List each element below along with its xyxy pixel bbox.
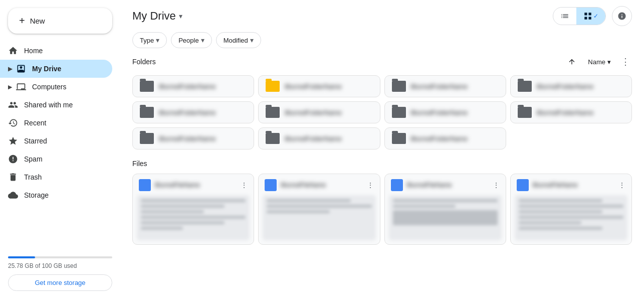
folders-section-header: Folders Name ▾ ⋮ [132,54,632,69]
folder-icon [140,81,154,92]
folder-icon [266,81,280,92]
folder-icon [392,133,406,144]
file-card[interactable]: BlurredFileName ⋮ [132,174,254,245]
file-name: BlurredFileName [155,182,237,189]
modified-filter-button[interactable]: Modified ▾ [216,32,261,48]
file-more-icon[interactable]: ⋮ [618,181,625,189]
sidebar-item-my-drive[interactable]: ▶ My Drive [0,60,112,78]
people-filter-button[interactable]: People ▾ [171,32,211,48]
filter-bar: Type ▾ People ▾ Modified ▾ [120,30,644,54]
my-drive-icon [16,64,26,74]
folder-card[interactable]: BlurredFolderName ⋮ [132,75,254,97]
folder-card[interactable]: BlurredFolderName ⋮ [258,101,380,123]
sidebar-item-trash[interactable]: Trash [0,168,112,186]
sidebar-item-home[interactable]: Home [0,42,112,60]
folder-icon [392,107,406,118]
file-card-header: BlurredFileName ⋮ [133,174,254,195]
folder-card[interactable]: BlurredFolderName ⋮ [510,75,632,97]
storage-section: 25.78 GB of 100 GB used Get more storage [0,250,120,297]
file-preview [515,195,627,240]
folder-card[interactable]: BlurredFolderName ⋮ [132,127,254,149]
folders-section-title: Folders [132,58,156,66]
new-button[interactable]: + New [8,8,112,34]
starred-icon [8,136,18,146]
folder-icon [140,107,154,118]
drive-title[interactable]: My Drive ▾ [132,10,182,23]
file-card[interactable]: BlurredFileName ⋮ [510,174,632,245]
get-more-storage-button[interactable]: Get more storage [8,274,112,291]
storage-bar-fill [8,256,35,258]
folder-card[interactable]: BlurredFolderName ⋮ [510,101,632,123]
folder-name: BlurredFolderName [285,83,359,90]
trash-icon [8,172,18,182]
home-icon [8,46,18,56]
type-filter-label: Type [140,37,154,44]
type-filter-button[interactable]: Type ▾ [132,32,167,48]
file-name: BlurredFileName [281,182,362,189]
file-card[interactable]: BlurredFileName ⋮ [258,174,380,245]
sidebar-item-shared-label: Shared with me [24,101,73,109]
sidebar-item-computers-label: Computers [32,83,66,91]
files-section-title: Files [132,160,632,168]
info-button[interactable] [612,6,632,26]
file-name: BlurredFileName [407,182,489,189]
sort-asc-button[interactable] [564,56,580,68]
folder-card[interactable]: BlurredFolderName ⋮ [384,75,506,97]
file-preview [263,195,375,240]
folder-name: BlurredFolderName [411,83,486,90]
file-more-icon[interactable]: ⋮ [367,181,374,189]
folder-card[interactable]: BlurredFolderName ⋮ [258,75,380,97]
folder-name: BlurredFolderName [411,109,486,116]
expand-arrow-computers: ▶ [8,84,12,90]
sidebar-item-storage[interactable]: Storage [0,186,112,204]
recent-icon [8,118,18,128]
folder-card[interactable]: BlurredFolderName ⋮ [384,101,506,123]
sidebar-item-my-drive-label: My Drive [32,65,61,73]
sort-name-label: Name [588,58,605,66]
file-card-header: BlurredFileName ⋮ [259,174,379,195]
main-content: My Drive ▾ ✓ [120,0,644,301]
grid-view-button[interactable]: ✓ [576,8,605,25]
file-icon [391,179,403,191]
type-filter-chevron: ▾ [156,36,159,44]
folder-name: BlurredFolderName [537,109,611,116]
folder-name: BlurredFolderName [159,109,234,116]
file-preview [137,195,250,240]
sidebar-item-shared[interactable]: Shared with me [0,96,112,114]
file-name: BlurredFileName [533,182,614,189]
people-filter-chevron: ▾ [201,36,204,44]
sort-name-button[interactable]: Name ▾ [584,56,615,68]
sidebar-item-trash-label: Trash [24,173,42,181]
file-icon [265,179,277,191]
folder-card[interactable]: BlurredFolderName ⋮ [384,127,506,149]
plus-icon: + [19,15,25,27]
folder-card[interactable]: BlurredFolderName ⋮ [258,127,380,149]
sort-chevron: ▾ [607,58,611,66]
modified-filter-label: Modified [224,37,248,44]
sidebar-item-starred[interactable]: Starred [0,132,112,150]
sidebar-item-recent[interactable]: Recent [0,114,112,132]
file-more-icon[interactable]: ⋮ [241,181,248,189]
computers-icon [16,82,26,92]
file-more-icon[interactable]: ⋮ [493,181,500,189]
folder-icon [518,81,532,92]
folder-icon [266,133,280,144]
sidebar: + New Home ▶ My Drive ▶ [0,0,120,301]
sidebar-item-spam[interactable]: Spam [0,150,112,168]
sidebar-nav: Home ▶ My Drive ▶ Computers [0,42,120,250]
file-card-header: BlurredFileName ⋮ [385,174,506,195]
files-grid: BlurredFileName ⋮ [132,174,632,245]
content-area: Folders Name ▾ ⋮ BlurredFolderName [120,54,644,301]
view-toggle: ✓ [553,7,606,25]
expand-arrow-my-drive: ▶ [8,66,12,72]
drive-title-dropdown-arrow: ▾ [179,12,182,20]
more-options-button[interactable]: ⋮ [619,54,632,69]
file-card[interactable]: BlurredFileName ⋮ [384,174,506,245]
sidebar-item-computers[interactable]: ▶ Computers [0,78,112,96]
folder-icon [518,107,532,118]
list-view-button[interactable] [553,8,576,25]
folder-card[interactable]: BlurredFolderName ⋮ [132,101,254,123]
sidebar-item-starred-label: Starred [24,137,47,145]
people-filter-label: People [178,37,198,44]
preview-image [393,210,498,225]
